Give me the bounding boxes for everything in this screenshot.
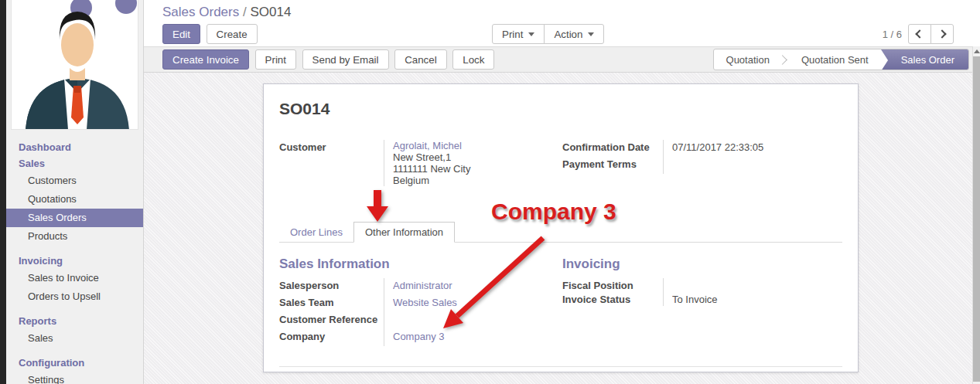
- app-edge-strip: [0, 0, 6, 384]
- company-label: Company: [279, 329, 384, 346]
- edit-button[interactable]: Edit: [162, 24, 200, 44]
- sidebar-item-orders-to-upsell[interactable]: Orders to Upsell: [6, 287, 143, 306]
- breadcrumb-separator: /: [243, 5, 247, 19]
- sidebar-item-invoicing[interactable]: Invoicing: [6, 253, 143, 269]
- status-sales-order[interactable]: Sales Order: [881, 49, 968, 70]
- businessman-avatar-icon: [12, 0, 138, 130]
- control-panel: Sales Orders / SO014 Edit Create Print A…: [144, 0, 980, 46]
- sidebar-menu: Dashboard Sales Customers Quotations Sal…: [6, 130, 143, 384]
- invoicing-title: Invoicing: [562, 257, 842, 272]
- sidebar-item-reports[interactable]: Reports: [6, 313, 143, 329]
- chevron-right-icon: [937, 29, 946, 38]
- sales-order-sheet: SO014 Customer Agrolait, Michel New Stre…: [263, 83, 859, 372]
- caret-down-icon: [528, 32, 534, 36]
- cancel-button[interactable]: Cancel: [394, 49, 447, 70]
- payment-terms-value: [672, 157, 842, 174]
- sales-information-section: Sales Information Salesperson Sales Team…: [279, 257, 551, 346]
- sales-team-label: Sales Team: [279, 295, 384, 312]
- send-by-email-button[interactable]: Send by Email: [302, 49, 389, 70]
- action-dropdown-label: Action: [554, 29, 582, 40]
- action-dropdown-button[interactable]: Action: [544, 24, 604, 44]
- sidebar-item-dashboard[interactable]: Dashboard: [6, 139, 143, 155]
- customer-reference-value: [393, 312, 551, 329]
- breadcrumb: Sales Orders / SO014: [162, 0, 980, 20]
- sidebar-item-sales-orders[interactable]: Sales Orders: [6, 209, 143, 227]
- sidebar-item-sales-to-invoice[interactable]: Sales to Invoice: [6, 269, 143, 287]
- pager-next-button[interactable]: [930, 24, 954, 44]
- confirmation-date-value: 07/11/2017 22:33:05: [672, 140, 842, 157]
- customer-address-line: Belgium: [393, 175, 551, 186]
- status-quotation-sent[interactable]: Quotation Sent: [789, 49, 881, 70]
- create-button[interactable]: Create: [207, 24, 258, 44]
- main-content: Sales Orders / SO014 Edit Create Print A…: [144, 0, 980, 384]
- print-button[interactable]: Print: [255, 49, 296, 70]
- sales-team-link[interactable]: Website Sales: [393, 295, 551, 312]
- status-pipeline: Quotation Quotation Sent Sales Order: [713, 49, 969, 70]
- print-dropdown-button[interactable]: Print: [492, 24, 545, 44]
- pager-counter: 1 / 6: [883, 29, 902, 40]
- chevron-left-icon: [915, 29, 924, 38]
- notebook-tabs: Order Lines Other Information: [279, 222, 842, 243]
- sidebar-item-products[interactable]: Products: [6, 227, 143, 246]
- purple-dot-icon: [115, 0, 137, 14]
- customer-address-line: 1111111 New City: [393, 163, 551, 175]
- salesperson-link[interactable]: Administrator: [393, 278, 551, 295]
- sales-information-title: Sales Information: [279, 257, 551, 272]
- print-dropdown-label: Print: [502, 29, 523, 40]
- lock-button[interactable]: Lock: [452, 49, 494, 70]
- sidebar-item-sales[interactable]: Sales: [6, 155, 143, 172]
- create-invoice-button[interactable]: Create Invoice: [162, 49, 249, 70]
- dates-field-block: Confirmation Date Payment Terms 07/11/20…: [562, 140, 842, 186]
- form-view-area: SO014 Customer Agrolait, Michel New Stre…: [144, 73, 980, 384]
- status-quotation[interactable]: Quotation: [714, 49, 782, 70]
- company-link[interactable]: Company 3: [393, 329, 551, 346]
- confirmation-date-label: Confirmation Date: [562, 140, 663, 157]
- sidebar-item-customers[interactable]: Customers: [6, 172, 143, 190]
- invoice-status-value: To Invoice: [672, 292, 842, 306]
- invoice-status-label: Invoice Status: [562, 292, 663, 306]
- tab-other-information[interactable]: Other Information: [353, 222, 455, 243]
- vertical-scrollbar[interactable]: [972, 46, 980, 384]
- breadcrumb-parent-link[interactable]: Sales Orders: [162, 5, 239, 19]
- pager-previous-button[interactable]: [908, 24, 931, 44]
- sidebar-item-reports-sales[interactable]: Sales: [6, 329, 143, 348]
- page-title: SO014: [279, 100, 842, 118]
- customer-reference-label: Customer Reference: [279, 312, 384, 329]
- breadcrumb-current: SO014: [250, 5, 291, 19]
- salesperson-label: Salesperson: [279, 278, 384, 295]
- caret-down-icon: [588, 32, 594, 36]
- fiscal-position-label: Fiscal Position: [562, 278, 663, 292]
- invoicing-section: Invoicing Fiscal Position Invoice Status…: [562, 257, 842, 346]
- payment-terms-label: Payment Terms: [562, 157, 663, 174]
- sidebar: Dashboard Sales Customers Quotations Sal…: [6, 0, 144, 384]
- customer-link[interactable]: Agrolait, Michel: [393, 140, 551, 151]
- sidebar-item-configuration[interactable]: Configuration: [6, 355, 143, 371]
- sidebar-item-quotations[interactable]: Quotations: [6, 190, 143, 209]
- customer-label: Customer: [279, 140, 384, 157]
- customer-address-line: New Street,1: [393, 151, 551, 163]
- sheet-bottom-divider: [279, 366, 842, 367]
- scrollbar-thumb[interactable]: [973, 56, 980, 382]
- form-statusbar: Create Invoice Print Send by Email Cance…: [144, 46, 980, 73]
- customer-field-block: Customer Agrolait, Michel New Street,1 1…: [279, 140, 551, 186]
- tab-order-lines[interactable]: Order Lines: [279, 223, 353, 242]
- sidebar-item-settings[interactable]: Settings: [6, 371, 143, 384]
- fiscal-position-value: [672, 278, 842, 292]
- user-avatar: [11, 0, 138, 130]
- triangle-up-icon: [974, 49, 980, 53]
